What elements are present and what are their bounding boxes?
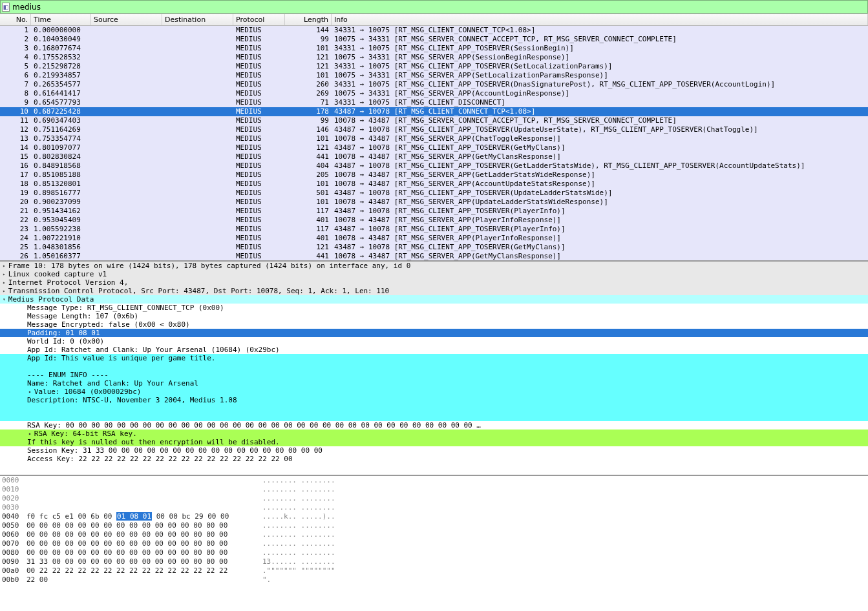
hex-row[interactable]: 007000 00 00 00 00 00 00 00 00 00 00 00 … <box>0 539 868 548</box>
packet-row[interactable]: 231.005592238MEDIUS11743487 → 10078 [RT_… <box>0 225 868 234</box>
packet-list-pane[interactable]: No. Time Source Destination Protocol Len… <box>0 14 868 260</box>
packet-row[interactable]: 261.050160377MEDIUS44110078 → 43487 [RT_… <box>0 252 868 260</box>
packet-row[interactable]: 251.048301856MEDIUS12143487 → 10078 [RT_… <box>0 243 868 252</box>
detail-line[interactable]: Message Type: RT_MSG_CLIENT_CONNECT_TCP … <box>0 304 868 312</box>
packet-row[interactable]: 10.000000000MEDIUS14434331 → 10075 [RT_M… <box>0 26 868 35</box>
column-destination[interactable]: Destination <box>162 14 233 25</box>
hex-row[interactable]: 005000 00 00 00 00 00 00 00 00 00 00 00 … <box>0 521 868 530</box>
detail-line[interactable]: Transmission Control Protocol, Src Port:… <box>0 287 868 295</box>
column-time[interactable]: Time <box>31 14 91 25</box>
hex-row[interactable]: 0020........ ........ <box>0 494 868 503</box>
packet-row[interactable]: 50.215298728MEDIUS12134331 → 10075 [RT_M… <box>0 62 868 71</box>
display-filter-bar[interactable]: ◧ <box>0 0 868 14</box>
packet-row[interactable]: 100.687225428MEDIUS17843487 → 10078 [RT_… <box>0 107 868 116</box>
packet-list-header[interactable]: No. Time Source Destination Protocol Len… <box>0 14 868 26</box>
column-source[interactable]: Source <box>91 14 162 25</box>
packet-bytes-pane[interactable]: 0000........ ........0010........ ......… <box>0 475 868 601</box>
detail-line[interactable]: App Id: Ratchet and Clank: Up Your Arsen… <box>0 346 868 354</box>
hex-row[interactable]: 006000 00 00 00 00 00 00 00 00 00 00 00 … <box>0 530 868 539</box>
hex-row[interactable]: 0030........ ........ <box>0 503 868 512</box>
detail-line[interactable]: RSA Key: 00 00 00 00 00 00 00 00 00 00 0… <box>0 421 868 430</box>
detail-line[interactable]: If this key is nulled out then encryptio… <box>0 438 868 446</box>
column-info[interactable]: Info <box>332 14 868 25</box>
hex-row[interactable]: 008000 00 00 00 00 00 00 00 00 00 00 00 … <box>0 548 868 557</box>
packet-row[interactable]: 170.851085188MEDIUS20510078 → 43487 [RT_… <box>0 171 868 180</box>
packet-row[interactable]: 160.848918568MEDIUS40443487 → 10078 [RT_… <box>0 161 868 171</box>
packet-row[interactable]: 190.898516777MEDIUS50143487 → 10078 [RT_… <box>0 189 868 198</box>
detail-line[interactable]: Padding: 01 08 01 <box>0 329 868 337</box>
hex-row[interactable]: 0010........ ........ <box>0 485 868 494</box>
packet-row[interactable]: 200.900237099MEDIUS10110078 → 43487 [RT_… <box>0 198 868 207</box>
packet-row[interactable]: 180.851320801MEDIUS10110078 → 43487 [RT_… <box>0 180 868 189</box>
hex-row[interactable]: 00b022 00". <box>0 575 868 585</box>
packet-row[interactable]: 140.801097077MEDIUS12143487 → 10078 [RT_… <box>0 143 868 152</box>
detail-line[interactable]: ▸Value: 10684 (0x000029bc) <box>0 388 868 396</box>
detail-line[interactable]: Internet Protocol Version 4, <box>0 278 868 287</box>
detail-line[interactable]: Linux cooked capture v1 <box>0 270 868 278</box>
packet-row[interactable]: 70.265354577MEDIUS26034331 → 10075 [RT_M… <box>0 80 868 89</box>
packet-row[interactable]: 150.802830824MEDIUS44110078 → 43487 [RT_… <box>0 152 868 161</box>
hex-row[interactable]: 0000........ ........ <box>0 476 868 485</box>
packet-row[interactable]: 60.219934857MEDIUS10110075 → 34331 [RT_M… <box>0 71 868 80</box>
column-no[interactable]: No. <box>0 14 31 25</box>
detail-line[interactable]: Frame 10: 178 bytes on wire (1424 bits),… <box>0 262 868 270</box>
column-length[interactable]: Length <box>285 14 332 25</box>
detail-line[interactable]: Session Key: 31 33 00 00 00 00 00 00 00 … <box>0 446 868 455</box>
packet-row[interactable]: 20.104030049MEDIUS9910075 → 34331 [RT_MS… <box>0 35 868 44</box>
detail-line[interactable]: Description: NTSC-U, November 3 2004, Me… <box>0 396 868 404</box>
packet-row[interactable]: 30.168077674MEDIUS10134331 → 10075 [RT_M… <box>0 44 868 53</box>
detail-line[interactable]: Message Length: 107 (0x6b) <box>0 312 868 320</box>
column-protocol[interactable]: Protocol <box>233 14 285 25</box>
packet-row[interactable]: 241.007221910MEDIUS40110078 → 43487 [RT_… <box>0 234 868 243</box>
hex-row[interactable]: 009031 33 00 00 00 00 00 00 00 00 00 00 … <box>0 557 868 566</box>
detail-line[interactable]: App Id: This value is unique per game ti… <box>0 354 868 362</box>
detail-line[interactable]: Medius Protocol Data <box>0 295 868 304</box>
detail-line[interactable]: World Id: 0 (0x00) <box>0 337 868 346</box>
packet-row[interactable]: 110.690347403MEDIUS9910078 → 43487 [RT_M… <box>0 116 868 125</box>
hex-row[interactable]: 0040f0 fc c5 e1 00 6b 00 01 08 01 00 00 … <box>0 512 868 521</box>
hex-row[interactable]: 00a000 22 22 22 22 22 22 22 22 22 22 22 … <box>0 566 868 575</box>
packet-details-pane[interactable]: Frame 10: 178 bytes on wire (1424 bits),… <box>0 260 868 475</box>
packet-row[interactable]: 220.953045409MEDIUS40110078 → 43487 [RT_… <box>0 216 868 225</box>
detail-line[interactable]: ▸RSA Key: 64-bit RSA key. <box>0 430 868 438</box>
packet-row[interactable]: 90.654577793MEDIUS7134331 → 10075 [RT_MS… <box>0 98 868 107</box>
packet-row[interactable]: 80.616441417MEDIUS26910075 → 34331 [RT_M… <box>0 89 868 98</box>
packet-row[interactable]: 40.175528532MEDIUS12110075 → 34331 [RT_M… <box>0 53 868 62</box>
packet-row[interactable]: 130.753354774MEDIUS10110078 → 43487 [RT_… <box>0 134 868 143</box>
detail-line[interactable]: Name: Ratchet and Clank: Up Your Arsenal <box>0 379 868 388</box>
packet-row[interactable]: 210.951434162MEDIUS11743487 → 10078 [RT_… <box>0 207 868 216</box>
packet-row[interactable]: 120.751164269MEDIUS14643487 → 10078 [RT_… <box>0 125 868 134</box>
bookmark-icon[interactable]: ◧ <box>2 3 10 12</box>
detail-line[interactable] <box>0 404 868 413</box>
detail-line[interactable]: Message Encrypted: false (0x00 < 0x80) <box>0 320 868 329</box>
detail-line[interactable] <box>0 413 868 421</box>
detail-line[interactable] <box>0 362 868 371</box>
detail-line[interactable]: ---- ENUM INFO ---- <box>0 371 868 379</box>
display-filter-input[interactable] <box>12 3 866 12</box>
detail-line[interactable]: Access Key: 22 22 22 22 22 22 22 22 22 2… <box>0 455 868 463</box>
